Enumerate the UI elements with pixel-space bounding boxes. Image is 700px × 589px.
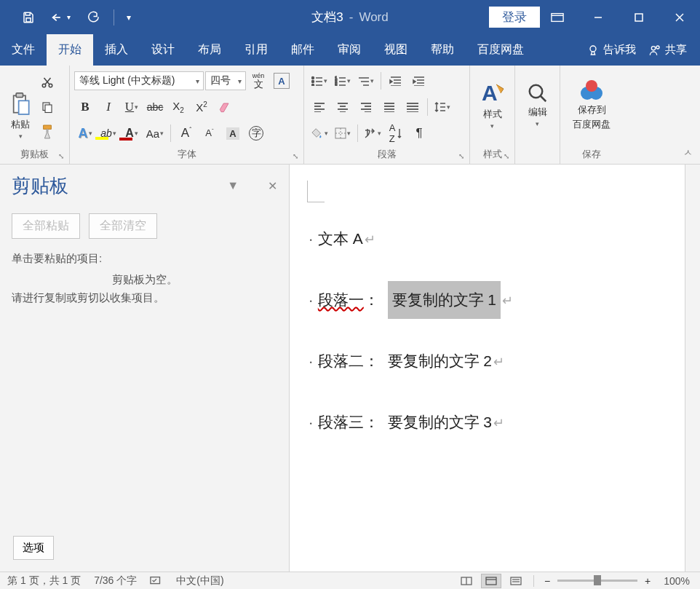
qat-customize-icon[interactable]: ▾ [120, 0, 138, 34]
font-size-combo[interactable]: 四号 [205, 71, 246, 90]
multilevel-list-icon[interactable] [355, 70, 377, 92]
font-color-icon[interactable]: A [121, 122, 143, 144]
bold-icon[interactable]: B [74, 96, 96, 118]
paste-all-button[interactable]: 全部粘贴 [12, 213, 80, 239]
phonetic-guide-icon[interactable]: wén文 [247, 70, 269, 92]
language-indicator[interactable]: 中文(中国) [176, 574, 223, 588]
undo-icon[interactable]: ▾ [45, 0, 76, 34]
font-family-combo[interactable]: 等线 Light (中文标题) [74, 71, 204, 90]
align-center-icon[interactable] [332, 96, 354, 118]
print-layout-icon[interactable] [481, 574, 501, 588]
page-corner-mark [307, 181, 325, 202]
clipboard-options-button[interactable]: 选项 [13, 536, 54, 560]
cut-icon[interactable] [36, 71, 58, 93]
styles-button[interactable]: A 样式 ▾ [474, 68, 510, 141]
styles-launcher-icon[interactable]: ⤡ [501, 151, 512, 161]
align-right-icon[interactable] [355, 96, 377, 118]
italic-icon[interactable]: I [98, 96, 119, 118]
save-icon[interactable] [13, 0, 44, 34]
clipboard-launcher-icon[interactable]: ⤡ [56, 151, 66, 161]
collapse-ribbon-icon[interactable]: ㅅ [683, 146, 693, 159]
enclose-characters-icon[interactable]: 字 [245, 122, 267, 144]
paragraph-1[interactable]: 文本 A↵ [310, 229, 687, 249]
para4-text: 要复制的文字 3 [388, 412, 493, 432]
shrink-font-icon[interactable]: Aˇ [199, 122, 220, 144]
strikethrough-icon[interactable]: abc [144, 96, 166, 118]
selected-text[interactable]: 要复制的文字 1 [388, 281, 501, 319]
character-shading-icon[interactable]: A [222, 122, 244, 144]
format-painter-icon[interactable] [36, 121, 58, 143]
underline-icon[interactable]: U [121, 96, 143, 118]
para3-label: 段落二： [318, 351, 379, 371]
pane-options-icon[interactable]: ▼ [227, 179, 239, 193]
paragraph-4[interactable]: 段落三： 要复制的文字 3↵ [310, 412, 687, 432]
share-button[interactable]: 共享 [649, 43, 687, 57]
group-paragraph-label: 段落 [304, 146, 469, 162]
ribbon-mode-icon[interactable] [537, 0, 578, 34]
font-launcher-icon[interactable]: ⤡ [290, 151, 301, 161]
page-indicator[interactable]: 第 1 页，共 1 页 [7, 574, 81, 588]
align-justify-icon[interactable] [378, 96, 400, 118]
group-font-label: 字体 [70, 146, 303, 162]
show-marks-icon[interactable]: ¶ [408, 122, 430, 144]
clear-all-button[interactable]: 全部清空 [89, 213, 157, 239]
web-layout-icon[interactable] [506, 574, 526, 588]
asian-layout-icon[interactable] [362, 122, 383, 144]
zoom-in-icon[interactable]: + [642, 575, 653, 587]
tab-baidu[interactable]: 百度网盘 [466, 34, 536, 66]
subscript-icon[interactable]: X2 [167, 96, 189, 118]
grow-font-icon[interactable]: Aˆ [175, 122, 197, 144]
zoom-out-icon[interactable]: − [541, 575, 553, 587]
increase-indent-icon[interactable] [408, 70, 430, 92]
decrease-indent-icon[interactable] [385, 70, 407, 92]
tab-home[interactable]: 开始 [47, 34, 93, 66]
svg-point-66 [529, 85, 542, 98]
tab-mail[interactable]: 邮件 [279, 34, 326, 66]
clear-formatting-icon[interactable] [214, 96, 236, 118]
editing-button[interactable]: 编辑 ▾ [520, 68, 555, 141]
character-border-icon[interactable]: A [271, 70, 293, 92]
paragraph-2[interactable]: 段落一： 要复制的文字 1↵ [310, 290, 687, 310]
save-to-baidu-button[interactable]: 保存到 百度网盘 [565, 68, 619, 141]
line-spacing-icon[interactable] [431, 96, 453, 118]
svg-point-6 [590, 46, 596, 52]
word-count[interactable]: 7/36 个字 [94, 574, 137, 588]
tab-design[interactable]: 设计 [140, 34, 186, 66]
read-mode-icon[interactable] [456, 574, 477, 588]
text-effects-icon[interactable]: A [74, 122, 96, 144]
maximize-icon[interactable] [619, 0, 659, 34]
tab-references[interactable]: 引用 [233, 34, 279, 66]
sort-icon[interactable]: AZ [385, 122, 407, 144]
tab-file[interactable]: 文件 [0, 34, 47, 66]
paragraph-launcher-icon[interactable]: ⤡ [456, 151, 466, 161]
highlight-icon[interactable]: ab [98, 122, 119, 144]
number-list-icon[interactable]: 123 [332, 70, 354, 92]
tab-review[interactable]: 审阅 [326, 34, 373, 66]
main-area: 剪贴板 ▼ ✕ 全部粘贴 全部清空 单击要粘贴的项目: 剪贴板为空。 请进行复制… [0, 165, 700, 572]
zoom-slider[interactable] [557, 580, 637, 582]
spell-check-icon[interactable] [150, 576, 163, 586]
zoom-level[interactable]: 100% [664, 575, 690, 587]
copy-icon[interactable] [36, 96, 58, 118]
tab-view[interactable]: 视图 [373, 34, 419, 66]
bullet-list-icon[interactable] [309, 70, 330, 92]
minimize-icon[interactable] [578, 0, 619, 34]
paragraph-3[interactable]: 段落二： 要复制的文字 2↵ [310, 351, 687, 371]
align-left-icon[interactable] [309, 96, 330, 118]
pane-close-icon[interactable]: ✕ [268, 179, 277, 193]
zoom-thumb[interactable] [594, 575, 601, 585]
document-area[interactable]: 文本 A↵ 段落一： 要复制的文字 1↵ 段落二： 要复制的文字 2↵ 段落三：… [290, 165, 700, 572]
align-distributed-icon[interactable] [402, 96, 423, 118]
close-icon[interactable] [659, 0, 700, 34]
shading-icon[interactable] [309, 122, 330, 144]
change-case-icon[interactable]: Aa [144, 122, 166, 144]
login-button[interactable]: 登录 [489, 7, 540, 28]
redo-icon[interactable] [77, 0, 108, 34]
tell-me-button[interactable]: 告诉我 [587, 43, 636, 57]
superscript-icon[interactable]: X2 [191, 96, 212, 118]
status-bar: 第 1 页，共 1 页 7/36 个字 中文(中国) − + 100% [0, 572, 700, 589]
tab-layout[interactable]: 布局 [186, 34, 233, 66]
tab-insert[interactable]: 插入 [93, 34, 140, 66]
borders-icon[interactable] [332, 122, 354, 144]
tab-help[interactable]: 帮助 [419, 34, 466, 66]
